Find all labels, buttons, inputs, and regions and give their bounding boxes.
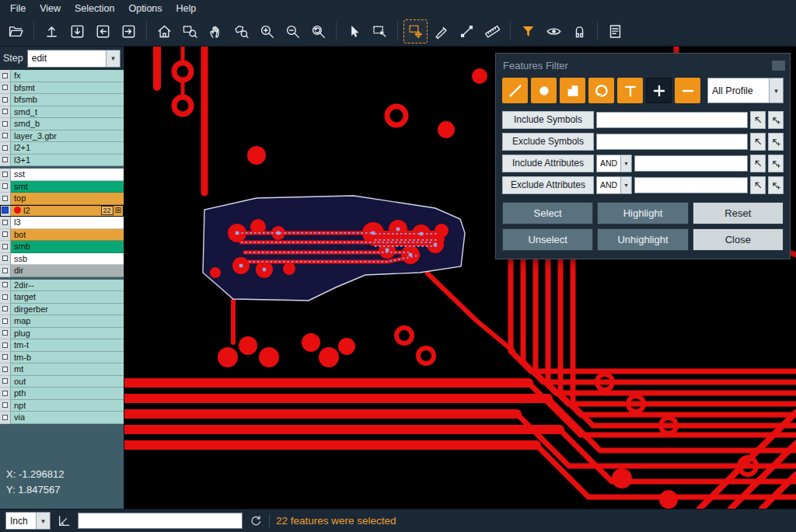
- zoom-window-button[interactable]: [178, 19, 202, 43]
- layer-row-dirgerber[interactable]: dirgerber: [0, 304, 124, 316]
- layer-name-cell[interactable]: npt: [11, 400, 124, 412]
- brush-button[interactable]: [429, 19, 453, 43]
- draw-text-button[interactable]: [617, 78, 643, 103]
- layer-row-smb[interactable]: smb: [0, 241, 124, 253]
- layer-visibility-checkbox[interactable]: [0, 280, 11, 292]
- layer-visibility-checkbox[interactable]: [0, 106, 11, 119]
- draw-arc-button[interactable]: [588, 78, 614, 103]
- remove-minus-button[interactable]: [675, 78, 700, 103]
- layer-name-cell[interactable]: bfsmt: [11, 82, 124, 95]
- pointer-button[interactable]: [342, 19, 366, 43]
- zoom-out-button[interactable]: [281, 19, 305, 43]
- layer-row-l2+1[interactable]: l2+1: [0, 142, 124, 155]
- layer-row-dir[interactable]: dir: [0, 265, 124, 277]
- layer-row-ssb[interactable]: ssb: [0, 253, 124, 266]
- unselect-button[interactable]: Unselect: [502, 228, 593, 251]
- zoom-previous-button[interactable]: [306, 19, 330, 43]
- layer-visibility-checkbox[interactable]: [0, 376, 11, 388]
- highlight-button[interactable]: Highlight: [597, 202, 688, 224]
- select-window-button[interactable]: [368, 19, 392, 43]
- include-attributes-field[interactable]: [634, 155, 748, 172]
- chevron-down-icon[interactable]: ▾: [36, 513, 50, 529]
- layer-name-cell[interactable]: smd_b: [11, 118, 124, 130]
- layer-name-cell[interactable]: bfsmb: [11, 94, 124, 106]
- command-input[interactable]: [78, 513, 243, 529]
- layer-row-plug[interactable]: plug: [0, 328, 124, 340]
- layer-visibility-checkbox[interactable]: [0, 400, 11, 412]
- menu-view[interactable]: View: [33, 2, 68, 16]
- magnet-button[interactable]: [567, 19, 592, 43]
- layer-row-l3+1[interactable]: l3+1: [0, 155, 124, 167]
- layer-row-layer_3.gbr[interactable]: layer_3.gbr: [0, 130, 124, 143]
- layer-visibility-checkbox[interactable]: [0, 315, 11, 328]
- arrow-down-box-button[interactable]: [65, 19, 89, 43]
- layer-name-cell[interactable]: l3+1: [11, 155, 124, 167]
- layer-visibility-checkbox[interactable]: [0, 205, 11, 217]
- layer-name-cell[interactable]: l2+1: [11, 142, 124, 155]
- close-button[interactable]: Close: [693, 228, 784, 251]
- layer-visibility-checkbox[interactable]: [0, 82, 11, 95]
- layer-row-smt[interactable]: smt: [0, 181, 124, 193]
- chevron-down-icon[interactable]: ▾: [106, 50, 120, 67]
- layer-name-cell[interactable]: layer_3.gbr: [11, 130, 124, 143]
- layer-name-cell[interactable]: out: [11, 376, 124, 388]
- layer-name-cell[interactable]: smb: [11, 241, 124, 253]
- layer-visibility-checkbox[interactable]: [0, 328, 11, 340]
- line-nodes-button[interactable]: [455, 19, 479, 43]
- layer-name-cell[interactable]: smd_t: [11, 106, 124, 119]
- layer-visibility-checkbox[interactable]: [0, 241, 11, 253]
- home-button[interactable]: [152, 19, 176, 43]
- draw-line-button[interactable]: [502, 78, 528, 103]
- layer-visibility-checkbox[interactable]: [0, 352, 11, 364]
- select-button[interactable]: Select: [502, 202, 593, 224]
- draw-surface-button[interactable]: [560, 78, 585, 103]
- arrow-right-box-button[interactable]: [117, 19, 141, 43]
- layer-name-cell[interactable]: target: [11, 291, 124, 304]
- layer-visibility-checkbox[interactable]: [0, 291, 11, 304]
- filter-funnel-button[interactable]: [516, 19, 540, 43]
- layer-visibility-checkbox[interactable]: [0, 217, 11, 229]
- pick-single-button[interactable]: [750, 176, 766, 194]
- add-plus-button[interactable]: [646, 78, 672, 103]
- layer-visibility-checkbox[interactable]: [0, 155, 11, 167]
- layer-visibility-checkbox[interactable]: [0, 363, 11, 376]
- eye-button[interactable]: [542, 19, 566, 43]
- layer-visibility-checkbox[interactable]: [0, 339, 11, 352]
- pick-single-button[interactable]: [750, 111, 766, 129]
- layer-row-map[interactable]: map: [0, 315, 124, 328]
- layer-name-cell[interactable]: dirgerber: [11, 304, 124, 316]
- report-button[interactable]: [603, 19, 627, 43]
- layer-visibility-checkbox[interactable]: [0, 253, 11, 266]
- draw-pad-button[interactable]: [531, 78, 557, 103]
- include-attributes-button[interactable]: Include Attributes: [502, 155, 594, 172]
- pick-add-button[interactable]: [768, 176, 784, 194]
- layer-name-cell[interactable]: l222⊞: [11, 205, 124, 217]
- pick-add-button[interactable]: [768, 111, 784, 129]
- exclude-symbols-button[interactable]: Exclude Symbols: [502, 133, 594, 151]
- layer-row-sst[interactable]: sst: [0, 169, 124, 181]
- layer-name-cell[interactable]: mt: [11, 363, 124, 376]
- refresh-icon[interactable]: [249, 514, 263, 528]
- layer-visibility-checkbox[interactable]: [0, 70, 11, 82]
- layer-visibility-checkbox[interactable]: [0, 118, 11, 130]
- zoom-polygon-button[interactable]: [229, 19, 253, 43]
- layer-name-cell[interactable]: ssb: [11, 253, 124, 266]
- layer-name-cell[interactable]: smt: [11, 181, 124, 193]
- ruler-button[interactable]: [480, 19, 504, 43]
- layer-row-smd_b[interactable]: smd_b: [0, 118, 124, 130]
- layer-row-top[interactable]: top: [0, 193, 124, 205]
- layer-visibility-checkbox[interactable]: [0, 193, 11, 205]
- layer-visibility-checkbox[interactable]: [0, 181, 11, 193]
- layer-visibility-checkbox[interactable]: [0, 130, 11, 143]
- layer-row-mt[interactable]: mt: [0, 363, 124, 376]
- layer-name-cell[interactable]: via: [11, 412, 124, 424]
- layer-row-via[interactable]: via: [0, 412, 124, 424]
- layer-visibility-checkbox[interactable]: [0, 142, 11, 155]
- layer-row-bfsmb[interactable]: bfsmb: [0, 94, 124, 106]
- include-symbols-button[interactable]: Include Symbols: [502, 111, 594, 129]
- layer-visibility-checkbox[interactable]: [0, 265, 11, 277]
- layer-name-cell[interactable]: sst: [11, 169, 124, 181]
- menu-selection[interactable]: Selection: [68, 2, 121, 16]
- layer-name-cell[interactable]: dir: [11, 265, 124, 277]
- layer-row-pth[interactable]: pth: [0, 388, 124, 400]
